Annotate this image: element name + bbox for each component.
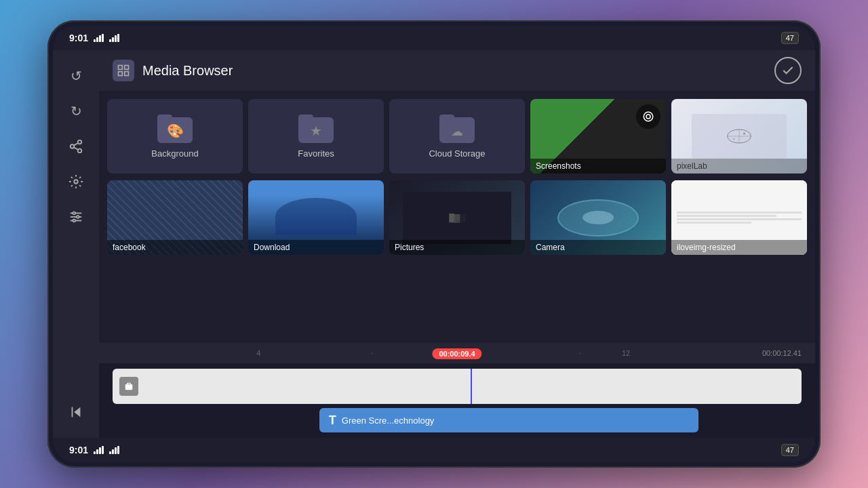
download-preview bbox=[275, 198, 357, 235]
screenshots-label: Screenshots bbox=[530, 159, 666, 174]
marker-dot1: · bbox=[371, 349, 373, 357]
bottom-time: 9:01 bbox=[69, 445, 88, 455]
bbar5 bbox=[109, 451, 111, 454]
download-label: Download bbox=[248, 240, 384, 255]
bbar3 bbox=[99, 447, 101, 454]
svg-point-24 bbox=[734, 138, 735, 140]
timeline-area: 4 · 8 00:00:09.4 · 12 00:00:12.41 bbox=[99, 343, 815, 438]
pixellab-label: pixelLab bbox=[671, 159, 807, 174]
folder-pictures[interactable]: █▓░ Pictures bbox=[389, 180, 525, 255]
favorites-folder-icon: ★ bbox=[298, 115, 334, 143]
timeline-tracks: T Green Scre...echnology bbox=[99, 363, 815, 438]
favorites-label: Favorites bbox=[295, 148, 336, 159]
svg-point-18 bbox=[646, 115, 650, 119]
main-area: ↺ ↻ bbox=[53, 50, 815, 438]
text-track-container: T Green Scre...echnology bbox=[113, 408, 802, 432]
svg-rect-13 bbox=[72, 407, 73, 418]
svg-point-9 bbox=[73, 212, 75, 215]
bbar1 bbox=[94, 451, 96, 454]
bar6 bbox=[112, 37, 114, 42]
current-time-display: 00:00:09.4 bbox=[432, 348, 481, 359]
folder-background[interactable]: 🎨 Background bbox=[107, 99, 243, 174]
cloud-icon: ☁ bbox=[451, 124, 463, 139]
bottom-signal-bars-1 bbox=[94, 446, 104, 454]
page-title: Media Browser bbox=[142, 63, 233, 79]
folder-camera[interactable]: Camera bbox=[530, 180, 666, 255]
battery-indicator: 47 bbox=[781, 32, 799, 44]
mixer-button[interactable] bbox=[61, 202, 91, 232]
bar5 bbox=[109, 39, 111, 42]
star-icon: ★ bbox=[310, 123, 322, 139]
undo-button[interactable]: ↺ bbox=[61, 61, 91, 91]
folder-pixellab[interactable]: pixelLab bbox=[671, 99, 807, 174]
cloud-storage-label: Cloud Storage bbox=[426, 148, 488, 159]
folder-cloud-storage[interactable]: ☁ Cloud Storage bbox=[389, 99, 525, 174]
svg-line-4 bbox=[74, 143, 78, 146]
bar8 bbox=[117, 34, 119, 42]
phone-screen: 9:01 47 ↺ ↻ bbox=[53, 26, 815, 462]
svg-point-1 bbox=[71, 144, 75, 148]
text-track-row: T Green Scre...echnology bbox=[113, 408, 802, 432]
folder-iloveimg[interactable]: iloveimg-resized bbox=[671, 180, 807, 255]
cloud-storage-folder-icon: ☁ bbox=[439, 115, 475, 143]
timeline-ruler: 4 · 8 00:00:09.4 · 12 00:00:12.41 bbox=[99, 343, 815, 363]
text-track-icon: T bbox=[329, 413, 336, 428]
bar3 bbox=[99, 35, 101, 42]
facebook-label: facebook bbox=[107, 240, 243, 255]
bbar8 bbox=[117, 446, 119, 454]
svg-point-11 bbox=[73, 220, 75, 222]
svg-point-2 bbox=[78, 149, 82, 153]
svg-point-0 bbox=[78, 140, 82, 144]
folder-favorites[interactable]: ★ Favorites bbox=[248, 99, 384, 174]
marker-4: 4 bbox=[256, 349, 260, 357]
bar4 bbox=[102, 34, 104, 42]
pictures-label: Pictures bbox=[389, 240, 525, 255]
signal-bars-1 bbox=[94, 34, 104, 42]
background-folder-icon: 🎨 bbox=[157, 115, 193, 143]
bar7 bbox=[115, 35, 117, 42]
paint-icon: 🎨 bbox=[167, 123, 184, 139]
signal-bars-2 bbox=[109, 34, 119, 42]
settings-button[interactable] bbox=[61, 167, 91, 197]
text-track-label: Green Scre...echnology bbox=[342, 415, 435, 426]
svg-rect-17 bbox=[125, 72, 129, 76]
bottom-status-bar: 9:01 47 bbox=[53, 438, 815, 462]
bbar4 bbox=[102, 446, 104, 454]
media-browser: 🎨 Background ★ bbox=[99, 91, 815, 343]
svg-point-19 bbox=[644, 112, 653, 121]
video-track[interactable] bbox=[113, 369, 802, 404]
svg-line-3 bbox=[74, 147, 78, 150]
content-area: Media Browser bbox=[99, 50, 815, 438]
phone-frame: 9:01 47 ↺ ↻ bbox=[47, 20, 821, 468]
playhead-line bbox=[471, 369, 472, 404]
header: Media Browser bbox=[99, 50, 815, 91]
bottom-battery: 47 bbox=[781, 444, 799, 456]
timeline-cursor: 00:00:09.4 bbox=[432, 347, 481, 359]
bar1 bbox=[94, 39, 96, 42]
svg-rect-15 bbox=[125, 66, 129, 70]
media-grid-row2: facebook Download █▓░ bbox=[107, 180, 807, 255]
bottom-signal-bars-2 bbox=[109, 446, 119, 454]
skip-start-button[interactable] bbox=[61, 397, 91, 427]
bbar6 bbox=[112, 449, 114, 454]
svg-point-23 bbox=[743, 133, 745, 135]
top-status-bar: 9:01 47 bbox=[53, 26, 815, 50]
bottom-status-left: 9:01 bbox=[69, 445, 119, 455]
svg-marker-12 bbox=[74, 407, 80, 418]
share-button[interactable] bbox=[61, 131, 91, 161]
folder-download[interactable]: Download bbox=[248, 180, 384, 255]
text-track[interactable]: T Green Scre...echnology bbox=[319, 408, 698, 432]
svg-rect-14 bbox=[119, 66, 123, 70]
confirm-button[interactable] bbox=[774, 57, 802, 84]
marker-dot2: · bbox=[579, 349, 581, 357]
bar2 bbox=[96, 37, 98, 42]
svg-point-10 bbox=[77, 216, 79, 218]
folder-screenshots[interactable]: Screenshots bbox=[530, 99, 666, 174]
redo-button[interactable]: ↻ bbox=[61, 96, 91, 126]
video-track-row bbox=[113, 369, 802, 404]
iloveimg-label: iloveimg-resized bbox=[671, 240, 807, 255]
camera-label: Camera bbox=[530, 240, 666, 255]
video-track-icon bbox=[119, 377, 138, 396]
folder-facebook[interactable]: facebook bbox=[107, 180, 243, 255]
screenshots-overlay-icon bbox=[636, 104, 660, 129]
